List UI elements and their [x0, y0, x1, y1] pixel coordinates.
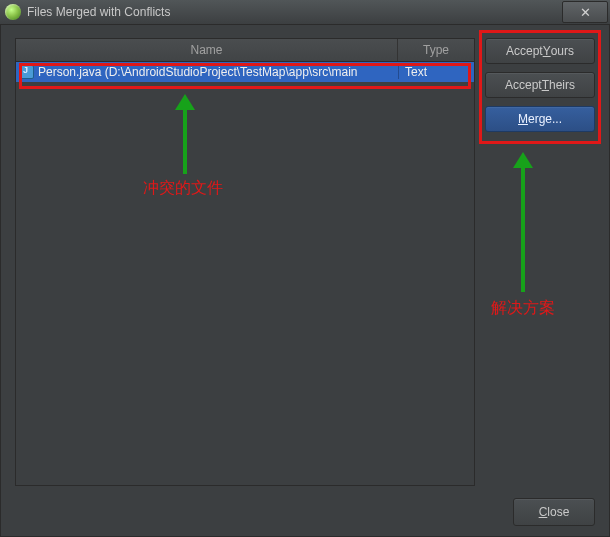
java-file-icon — [20, 65, 34, 79]
client-area: Name Type Person.java (D:\AndroidStudioP… — [0, 24, 610, 537]
file-path: Person.java (D:\AndroidStudioProject\Tes… — [38, 65, 357, 79]
cell-name: Person.java (D:\AndroidStudioProject\Tes… — [16, 65, 398, 79]
main-area: Name Type Person.java (D:\AndroidStudioP… — [15, 38, 595, 486]
title-bar: Files Merged with Conflicts ✕ — [0, 0, 610, 25]
accept-theirs-button[interactable]: Accept Theirs — [485, 72, 595, 98]
table-header: Name Type — [16, 39, 474, 62]
window-title: Files Merged with Conflicts — [27, 5, 562, 19]
footer: Close — [15, 486, 595, 526]
accept-yours-button[interactable]: Accept Yours — [485, 38, 595, 64]
merge-button[interactable]: Merge... — [485, 106, 595, 132]
actions-column: Accept Yours Accept Theirs Merge... — [485, 38, 595, 486]
window-close-button[interactable]: ✕ — [562, 1, 608, 23]
table-row[interactable]: Person.java (D:\AndroidStudioProject\Tes… — [16, 62, 474, 82]
cell-type: Text — [398, 65, 474, 79]
close-icon: ✕ — [580, 6, 591, 19]
close-button[interactable]: Close — [513, 498, 595, 526]
conflicts-table: Name Type Person.java (D:\AndroidStudioP… — [15, 38, 475, 486]
col-header-name[interactable]: Name — [16, 39, 398, 61]
table-body: Person.java (D:\AndroidStudioProject\Tes… — [16, 62, 474, 82]
col-header-type[interactable]: Type — [398, 39, 474, 61]
app-icon — [5, 4, 21, 20]
